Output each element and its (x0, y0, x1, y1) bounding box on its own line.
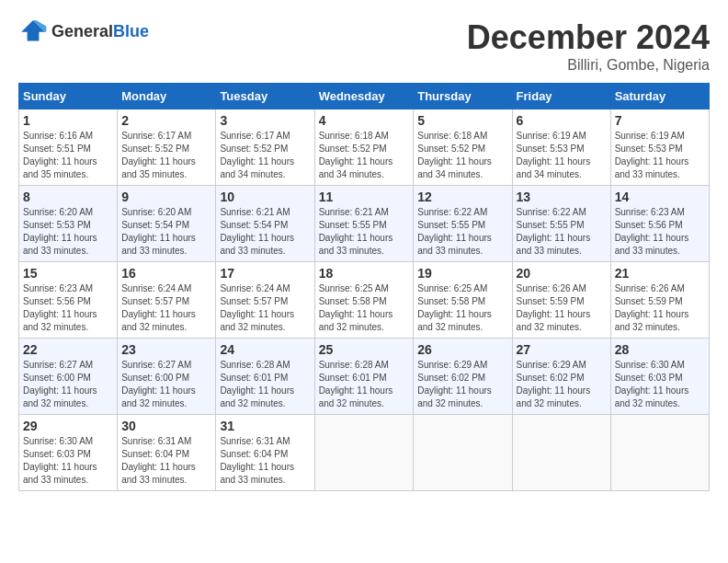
day-number: 16 (121, 266, 211, 281)
sunset-text: Sunset: 5:58 PM (319, 295, 410, 308)
day-cell-26: 26Sunrise: 6:29 AMSunset: 6:02 PMDayligh… (414, 339, 512, 415)
day-info: Sunrise: 6:19 AMSunset: 5:53 PMDaylight:… (517, 130, 607, 181)
day-info: Sunrise: 6:21 AMSunset: 5:54 PMDaylight:… (220, 206, 310, 258)
sunset-text: Sunset: 5:51 PM (23, 143, 113, 155)
sunset-text: Sunset: 6:03 PM (615, 372, 705, 385)
main-title: December 2024 (467, 18, 710, 57)
calendar-week-row: 1Sunrise: 6:16 AMSunset: 5:51 PMDaylight… (19, 109, 710, 186)
day-number: 27 (517, 342, 607, 357)
daylight-text: Daylight: 11 hours and 32 minutes. (121, 308, 211, 334)
day-number: 24 (220, 342, 310, 357)
sunset-text: Sunset: 6:04 PM (121, 448, 211, 461)
sunrise-text: Sunrise: 6:17 AM (220, 130, 310, 143)
day-info: Sunrise: 6:26 AMSunset: 5:59 PMDaylight:… (517, 282, 607, 334)
sunrise-text: Sunrise: 6:23 AM (615, 206, 705, 219)
day-number: 10 (220, 190, 310, 204)
sunrise-text: Sunrise: 6:29 AM (517, 359, 607, 372)
day-number: 1 (23, 113, 113, 128)
daylight-text: Daylight: 11 hours and 33 minutes. (517, 232, 607, 258)
day-info: Sunrise: 6:28 AMSunset: 6:01 PMDaylight:… (319, 359, 410, 410)
calendar-table: Sunday Monday Tuesday Wednesday Thursday… (18, 83, 710, 491)
sunset-text: Sunset: 5:53 PM (615, 143, 705, 155)
day-cell-23: 23Sunrise: 6:27 AMSunset: 6:00 PMDayligh… (118, 339, 216, 415)
day-number: 12 (417, 190, 507, 204)
day-info: Sunrise: 6:31 AMSunset: 6:04 PMDaylight:… (220, 435, 310, 487)
sunrise-text: Sunrise: 6:21 AM (220, 206, 310, 219)
daylight-text: Daylight: 11 hours and 34 minutes. (517, 155, 607, 181)
day-info: Sunrise: 6:30 AMSunset: 6:03 PMDaylight:… (23, 435, 113, 487)
sunrise-text: Sunrise: 6:24 AM (121, 282, 211, 295)
day-info: Sunrise: 6:26 AMSunset: 5:59 PMDaylight:… (615, 282, 705, 334)
daylight-text: Daylight: 11 hours and 32 minutes. (220, 308, 310, 334)
col-tuesday: Tuesday (216, 84, 314, 109)
day-info: Sunrise: 6:31 AMSunset: 6:04 PMDaylight:… (121, 435, 211, 487)
day-cell-21: 21Sunrise: 6:26 AMSunset: 5:59 PMDayligh… (610, 262, 709, 339)
daylight-text: Daylight: 11 hours and 33 minutes. (121, 461, 211, 487)
day-info: Sunrise: 6:17 AMSunset: 5:52 PMDaylight:… (121, 130, 211, 181)
day-info: Sunrise: 6:27 AMSunset: 6:00 PMDaylight:… (121, 359, 211, 410)
day-cell-28: 28Sunrise: 6:30 AMSunset: 6:03 PMDayligh… (610, 339, 709, 415)
day-info: Sunrise: 6:28 AMSunset: 6:01 PMDaylight:… (220, 359, 310, 410)
sunset-text: Sunset: 5:52 PM (121, 143, 211, 155)
sunset-text: Sunset: 5:55 PM (319, 219, 410, 232)
sunrise-text: Sunrise: 6:17 AM (121, 130, 211, 143)
daylight-text: Daylight: 11 hours and 32 minutes. (319, 308, 410, 334)
daylight-text: Daylight: 11 hours and 32 minutes. (417, 308, 507, 334)
day-cell-22: 22Sunrise: 6:27 AMSunset: 6:00 PMDayligh… (19, 339, 118, 415)
day-info: Sunrise: 6:29 AMSunset: 6:02 PMDaylight:… (517, 359, 607, 410)
sunrise-text: Sunrise: 6:18 AM (417, 130, 507, 143)
sunset-text: Sunset: 5:53 PM (23, 219, 113, 232)
day-cell-4: 4Sunrise: 6:18 AMSunset: 5:52 PMDaylight… (314, 109, 414, 186)
sunset-text: Sunset: 6:02 PM (417, 372, 507, 385)
day-cell-7: 7Sunrise: 6:19 AMSunset: 5:53 PMDaylight… (610, 109, 709, 186)
daylight-text: Daylight: 11 hours and 35 minutes. (121, 155, 211, 181)
daylight-text: Daylight: 11 hours and 33 minutes. (220, 461, 310, 487)
day-number: 7 (615, 113, 705, 128)
sunset-text: Sunset: 5:52 PM (417, 143, 507, 155)
daylight-text: Daylight: 11 hours and 33 minutes. (121, 232, 211, 258)
empty-cell (414, 415, 512, 491)
sunset-text: Sunset: 6:00 PM (23, 372, 113, 385)
col-thursday: Thursday (414, 84, 512, 109)
day-cell-10: 10Sunrise: 6:21 AMSunset: 5:54 PMDayligh… (216, 186, 314, 262)
day-cell-25: 25Sunrise: 6:28 AMSunset: 6:01 PMDayligh… (314, 339, 414, 415)
day-cell-30: 30Sunrise: 6:31 AMSunset: 6:04 PMDayligh… (118, 415, 216, 491)
day-cell-14: 14Sunrise: 6:23 AMSunset: 5:56 PMDayligh… (610, 186, 709, 262)
sunrise-text: Sunrise: 6:28 AM (319, 359, 410, 372)
daylight-text: Daylight: 11 hours and 35 minutes. (23, 155, 113, 181)
sunset-text: Sunset: 5:55 PM (517, 219, 607, 232)
daylight-text: Daylight: 11 hours and 32 minutes. (220, 385, 310, 410)
sunrise-text: Sunrise: 6:30 AM (615, 359, 705, 372)
title-area: December 2024 Billiri, Gombe, Nigeria (467, 18, 710, 74)
sunset-text: Sunset: 5:59 PM (615, 295, 705, 308)
day-cell-5: 5Sunrise: 6:18 AMSunset: 5:52 PMDaylight… (414, 109, 512, 186)
sunrise-text: Sunrise: 6:26 AM (615, 282, 705, 295)
day-info: Sunrise: 6:18 AMSunset: 5:52 PMDaylight:… (319, 130, 410, 181)
day-number: 4 (319, 113, 410, 128)
sunrise-text: Sunrise: 6:24 AM (220, 282, 310, 295)
day-number: 30 (121, 419, 211, 433)
logo-icon (18, 18, 48, 44)
day-cell-19: 19Sunrise: 6:25 AMSunset: 5:58 PMDayligh… (414, 262, 512, 339)
logo-text: GeneralBlue (51, 22, 149, 41)
daylight-text: Daylight: 11 hours and 32 minutes. (417, 385, 507, 410)
day-info: Sunrise: 6:25 AMSunset: 5:58 PMDaylight:… (319, 282, 410, 334)
daylight-text: Daylight: 11 hours and 32 minutes. (319, 385, 410, 410)
day-cell-27: 27Sunrise: 6:29 AMSunset: 6:02 PMDayligh… (512, 339, 610, 415)
daylight-text: Daylight: 11 hours and 32 minutes. (517, 308, 607, 334)
day-info: Sunrise: 6:23 AMSunset: 5:56 PMDaylight:… (23, 282, 113, 334)
day-number: 21 (615, 266, 705, 281)
day-number: 2 (121, 113, 211, 128)
empty-cell (314, 415, 414, 491)
col-friday: Friday (512, 84, 610, 109)
day-cell-6: 6Sunrise: 6:19 AMSunset: 5:53 PMDaylight… (512, 109, 610, 186)
day-info: Sunrise: 6:29 AMSunset: 6:02 PMDaylight:… (417, 359, 507, 410)
day-cell-29: 29Sunrise: 6:30 AMSunset: 6:03 PMDayligh… (19, 415, 118, 491)
logo-blue: Blue (113, 22, 149, 40)
day-number: 20 (517, 266, 607, 281)
day-number: 23 (121, 342, 211, 357)
day-number: 22 (23, 342, 113, 357)
daylight-text: Daylight: 11 hours and 32 minutes. (121, 385, 211, 410)
sunrise-text: Sunrise: 6:19 AM (517, 130, 607, 143)
day-number: 8 (23, 190, 113, 204)
